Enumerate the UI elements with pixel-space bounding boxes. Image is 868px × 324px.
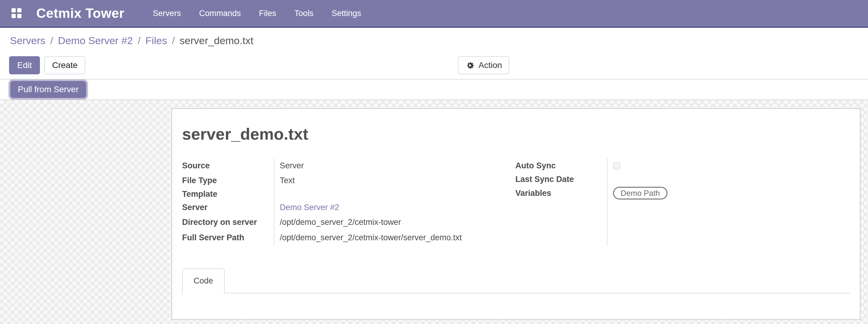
action-button-label: Action	[478, 60, 502, 70]
apps-menu-button[interactable]	[11, 8, 22, 19]
auto-sync-checkbox[interactable]	[613, 162, 620, 169]
grid-icon	[11, 8, 16, 12]
field-label-auto-sync: Auto Sync	[515, 158, 607, 173]
gear-icon	[465, 60, 475, 70]
field-label-file-type: File Type	[182, 173, 274, 188]
nav-item-settings[interactable]: Settings	[322, 0, 370, 27]
nav-item-tools[interactable]: Tools	[285, 0, 322, 27]
grid-icon	[11, 14, 16, 18]
field-group-right: Auto Sync Last Sync Date Variables Demo …	[515, 158, 849, 256]
field-value-template	[280, 188, 515, 200]
field-label-full-server-path: Full Server Path	[182, 230, 274, 246]
field-label-variables: Variables	[515, 185, 607, 201]
breadcrumb-link-servers[interactable]: Servers	[10, 35, 45, 46]
statusbar: Pull from Server	[0, 79, 868, 100]
field-value-source: Server	[280, 158, 515, 173]
labels-column: Auto Sync Last Sync Date Variables	[515, 158, 607, 246]
field-value-directory-on-server: /opt/demo_server_2/cetmix-tower	[280, 215, 515, 230]
action-dropdown-button[interactable]: Action	[458, 56, 509, 74]
values-column: Server Text Demo Server #2 /opt/demo_ser…	[274, 158, 515, 246]
field-value-last-sync-date	[613, 173, 849, 185]
field-label-directory-on-server: Directory on server	[182, 215, 274, 230]
field-value-server-link[interactable]: Demo Server #2	[280, 203, 339, 212]
content-area: server_demo.txt Source File Type Templat…	[0, 100, 868, 324]
field-label-source: Source	[182, 158, 274, 173]
field-label-last-sync-date: Last Sync Date	[515, 173, 607, 185]
field-value-file-type: Text	[280, 173, 515, 188]
values-column: Demo Path	[607, 158, 849, 246]
breadcrumb: Servers / Demo Server #2 / Files / serve…	[0, 28, 868, 52]
breadcrumb-link-demo-server-2[interactable]: Demo Server #2	[58, 35, 133, 46]
pull-from-server-button[interactable]: Pull from Server	[10, 81, 86, 98]
nav-item-files[interactable]: Files	[250, 0, 285, 27]
top-navbar: Cetmix Tower Servers Commands Files Tool…	[0, 0, 868, 28]
breadcrumb-separator: /	[137, 35, 140, 46]
nav-item-servers[interactable]: Servers	[144, 0, 190, 27]
page-title: server_demo.txt	[182, 125, 850, 143]
breadcrumb-separator: /	[172, 35, 175, 46]
edit-button[interactable]: Edit	[9, 56, 40, 74]
field-group-left: Source File Type Template Server Directo…	[182, 158, 515, 256]
breadcrumb-current: server_demo.txt	[180, 35, 253, 46]
notebook-tabs: Code	[182, 268, 850, 293]
variable-tag-demo-path: Demo Path	[613, 187, 668, 199]
control-panel: Edit Create Action	[0, 52, 868, 79]
form-sheet: server_demo.txt Source File Type Templat…	[172, 108, 861, 320]
create-button[interactable]: Create	[44, 56, 85, 74]
labels-column: Source File Type Template Server Directo…	[182, 158, 274, 246]
main-menu: Servers Commands Files Tools Settings	[144, 0, 370, 27]
grid-icon	[17, 14, 22, 18]
field-groups: Source File Type Template Server Directo…	[182, 158, 850, 256]
field-label-server: Server	[182, 200, 274, 215]
field-value-full-server-path: /opt/demo_server_2/cetmix-tower/server_d…	[280, 230, 515, 246]
field-label-template: Template	[182, 188, 274, 200]
nav-item-commands[interactable]: Commands	[190, 0, 250, 27]
app-brand[interactable]: Cetmix Tower	[36, 6, 124, 21]
breadcrumb-link-files[interactable]: Files	[146, 35, 167, 46]
breadcrumb-separator: /	[50, 35, 53, 46]
grid-icon	[17, 8, 22, 12]
tab-code[interactable]: Code	[182, 268, 225, 293]
